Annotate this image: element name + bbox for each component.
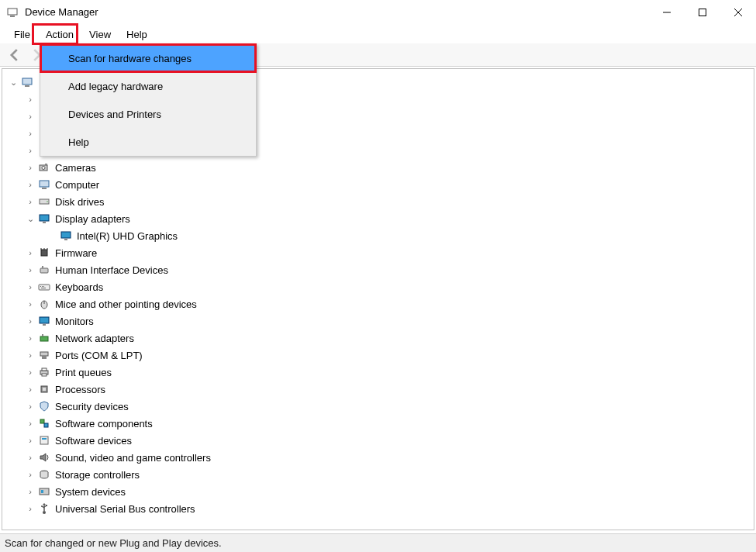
app-icon	[6, 6, 19, 19]
tree-item-swcomp[interactable]: ›Software components	[2, 415, 754, 432]
tree-item-label: Intel(R) UHD Graphics	[77, 230, 178, 242]
svg-rect-0	[8, 9, 17, 15]
expander-icon[interactable]: ›	[26, 504, 35, 513]
camera-icon	[38, 161, 50, 174]
menubar: File Action View Help	[0, 25, 756, 43]
tree-item-label: Mice and other pointing devices	[55, 298, 197, 310]
svg-point-9	[42, 167, 45, 170]
svg-rect-15	[40, 215, 49, 221]
tree-item-label: Software components	[55, 418, 153, 430]
expander-icon[interactable]: ›	[26, 163, 35, 172]
tree-item-display-adapters[interactable]: ⌄Display adapters	[2, 210, 754, 227]
tree-item-system[interactable]: ›System devices	[2, 483, 754, 500]
menu-view[interactable]: View	[81, 25, 119, 43]
tree-item-security[interactable]: ›Security devices	[2, 398, 754, 415]
tree-item-firmware[interactable]: ›Firmware	[2, 244, 754, 261]
svg-rect-17	[61, 232, 71, 238]
system-icon	[38, 485, 50, 498]
tree-item-label: Keyboards	[55, 281, 103, 293]
menu-item-scan-hardware[interactable]: Scan for hardware changes	[40, 44, 256, 72]
menu-item-label: Devices and Printers	[68, 109, 161, 120]
tree-item-label: Disk drives	[55, 196, 105, 208]
svg-rect-37	[42, 356, 47, 359]
svg-rect-42	[43, 388, 46, 391]
expander-icon[interactable]: ⌄	[9, 78, 18, 88]
expander-icon[interactable]: ›	[26, 487, 35, 496]
chip-icon	[38, 247, 50, 259]
svg-point-52	[41, 505, 43, 507]
svg-rect-35	[42, 334, 43, 336]
expander-icon[interactable]: ›	[26, 112, 35, 121]
expander-icon[interactable]: ›	[26, 419, 35, 428]
tree-item-label: Security devices	[55, 401, 129, 412]
menu-help[interactable]: Help	[119, 25, 155, 43]
menu-item-label: Scan for hardware changes	[68, 53, 192, 64]
menu-file[interactable]: File	[6, 25, 38, 43]
menu-item-add-legacy[interactable]: Add legacy hardware	[40, 72, 256, 100]
tree-item-sound[interactable]: ›Sound, video and game controllers	[2, 449, 754, 466]
tree-item-processors[interactable]: ›Processors	[2, 381, 754, 398]
menu-item-help[interactable]: Help	[40, 128, 256, 156]
tree-item-network[interactable]: ›Network adapters	[2, 329, 754, 347]
svg-rect-29	[41, 288, 46, 288]
expander-icon[interactable]: ›	[26, 316, 35, 326]
tree-item-hid[interactable]: ›Human Interface Devices	[2, 261, 754, 278]
svg-rect-48	[40, 488, 49, 495]
tree-item-label: Sound, video and game controllers	[55, 452, 211, 464]
tree-item-label: Software devices	[55, 435, 132, 447]
disk-icon	[38, 195, 50, 208]
svg-rect-3	[699, 9, 706, 16]
tree-item-disk[interactable]: ›Disk drives	[2, 193, 754, 210]
port-icon	[38, 349, 50, 361]
menu-item-devices-printers[interactable]: Devices and Printers	[40, 100, 256, 128]
expander-icon[interactable]: ›	[26, 180, 35, 189]
tree-item-usb[interactable]: ›Universal Serial Bus controllers	[2, 500, 754, 517]
expander-icon[interactable]: ›	[26, 129, 35, 138]
expander-icon[interactable]: ›	[26, 282, 35, 292]
tree-item-keyboards[interactable]: ›Keyboards	[2, 278, 754, 295]
expander-icon[interactable]: ›	[26, 385, 35, 394]
expander-icon[interactable]: ›	[26, 248, 35, 257]
tree-item-printq[interactable]: ›Print queues	[2, 364, 754, 381]
tree-item-computer[interactable]: ›Computer	[2, 176, 754, 193]
tree-item-cameras[interactable]: ›Cameras	[2, 159, 754, 176]
expander-icon[interactable]: ⌄	[26, 214, 35, 224]
svg-rect-19	[41, 250, 47, 256]
maximize-button[interactable]	[685, 0, 720, 25]
cpu-icon	[38, 383, 50, 395]
tree-item-intel-uhd[interactable]: Intel(R) UHD Graphics	[2, 227, 754, 244]
svg-rect-34	[40, 336, 48, 341]
tree-item-label: Network adapters	[55, 333, 134, 344]
expander-icon[interactable]: ›	[26, 299, 35, 309]
back-button[interactable]	[6, 47, 23, 64]
expander-icon[interactable]: ›	[26, 453, 35, 462]
close-button[interactable]	[720, 0, 756, 25]
expander-icon[interactable]: ›	[26, 402, 35, 411]
svg-point-14	[47, 201, 48, 202]
menu-action[interactable]: Action	[38, 25, 81, 43]
expander-icon[interactable]: ›	[26, 470, 35, 479]
tree-item-ports[interactable]: ›Ports (COM & LPT)	[2, 347, 754, 364]
expander-icon[interactable]: ›	[26, 146, 35, 155]
expander-icon[interactable]: ›	[26, 367, 35, 377]
tree-item-swdev[interactable]: ›Software devices	[2, 432, 754, 449]
expander-icon[interactable]: ›	[26, 333, 35, 343]
svg-rect-25	[39, 285, 50, 290]
svg-rect-40	[42, 374, 47, 376]
expander-icon[interactable]: ›	[26, 95, 35, 104]
expander-icon[interactable]: ›	[26, 436, 35, 445]
svg-rect-46	[42, 438, 47, 440]
svg-rect-27	[42, 286, 43, 287]
hid-icon	[38, 264, 50, 276]
tree-item-mice[interactable]: ›Mice and other pointing devices	[2, 295, 754, 312]
tree-item-storage[interactable]: ›Storage controllers	[2, 466, 754, 483]
expander-icon[interactable]: ›	[26, 350, 35, 360]
display-icon	[38, 212, 50, 225]
tree-item-monitors[interactable]: ›Monitors	[2, 312, 754, 329]
expander-icon[interactable]: ›	[26, 197, 35, 206]
svg-rect-24	[42, 266, 43, 268]
speaker-icon	[38, 451, 50, 464]
svg-rect-26	[40, 286, 41, 287]
expander-icon[interactable]: ›	[26, 265, 35, 274]
minimize-button[interactable]	[649, 0, 685, 25]
